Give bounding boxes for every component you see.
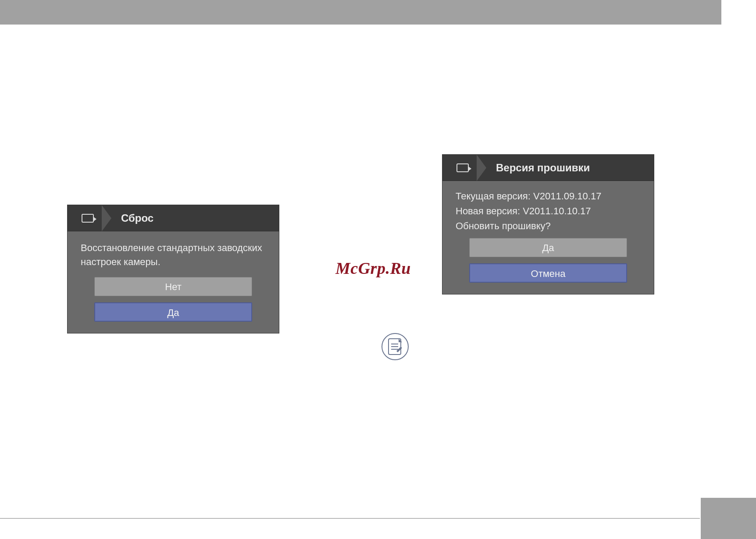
new-version-line: Новая версия: V2011.10.10.17 [456, 206, 641, 217]
current-version-line: Текущая версия: V2011.09.10.17 [456, 191, 641, 202]
top-band [0, 0, 721, 25]
dialog-firmware-title: Версия прошивки [496, 162, 590, 174]
dialog-reset-body: Восстановление стандартных заводских нас… [68, 231, 279, 333]
chevron-right-icon [102, 205, 111, 231]
page-corner [701, 498, 756, 539]
camera-icon [450, 155, 475, 181]
dialog-reset: Сброс Восстановление стандартных заводск… [67, 205, 279, 333]
chevron-right-icon [477, 155, 486, 181]
dialog-reset-header: Сброс [68, 205, 279, 231]
yes-button[interactable]: Да [469, 238, 627, 257]
update-question: Обновить прошивку? [456, 220, 641, 232]
new-version-label: Новая версия: [456, 206, 520, 216]
dialog-firmware: Версия прошивки Текущая версия: V2011.09… [442, 154, 654, 294]
note-icon [382, 333, 409, 360]
new-version-value: V2011.10.10.17 [523, 206, 591, 216]
current-version-label: Текущая версия: [456, 191, 531, 202]
cancel-button[interactable]: Отмена [469, 263, 627, 283]
bottom-rule [0, 518, 700, 519]
camera-icon [75, 205, 100, 231]
watermark-text: McGrp.Ru [335, 259, 411, 278]
dialog-reset-message: Восстановление стандартных заводских нас… [81, 241, 266, 269]
dialog-reset-title: Сброс [121, 212, 153, 224]
current-version-value: V2011.09.10.17 [533, 191, 601, 202]
dialog-firmware-header: Версия прошивки [442, 155, 654, 181]
no-button[interactable]: Нет [94, 277, 252, 296]
yes-button[interactable]: Да [94, 302, 252, 322]
dialog-firmware-body: Текущая версия: V2011.09.10.17 Новая вер… [442, 181, 654, 294]
